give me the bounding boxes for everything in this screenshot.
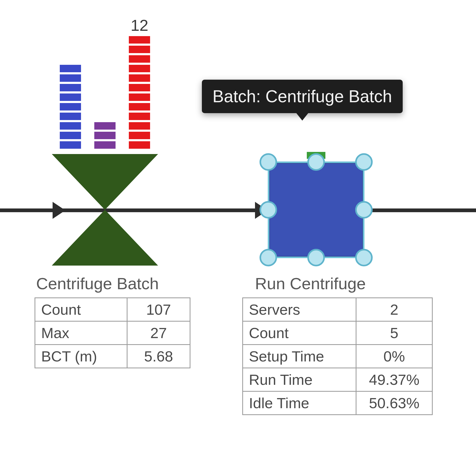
activity-square-icon [268,162,364,258]
queue-segment [60,132,81,139]
batch-node-title: Centrifuge Batch [36,274,159,293]
table-row: Servers2 [243,298,432,321]
queue-segment [60,93,81,101]
tooltip: Batch: Centrifuge Batch [202,80,403,113]
queue-segment [129,132,150,139]
stat-label: Run Time [243,368,356,391]
hourglass-icon [52,210,158,266]
table-row: Count5 [243,321,432,345]
stat-label: Max [35,321,127,345]
stat-value: 5.68 [127,345,190,368]
queue-segment [129,65,150,72]
queue-segment [94,132,116,139]
queue-segment [129,103,150,110]
queue-segment [94,141,116,149]
stat-label: Count [243,321,356,345]
queue-stack-purple [94,122,116,149]
stat-value: 107 [127,298,190,321]
tooltip-text: Batch: Centrifuge Batch [212,87,392,106]
queue-segment [129,84,150,91]
queue-segment [129,55,150,63]
queue-segment [60,122,81,130]
table-row: Run Time49.37% [243,368,432,391]
table-row: Max27 [35,321,190,345]
stat-value: 27 [127,321,190,345]
stat-value: 0% [356,345,432,368]
queue-segment [129,113,150,120]
stat-value: 2 [356,298,432,321]
queue-segment [94,122,116,130]
stat-value: 50.63% [356,391,432,415]
activity-node-title: Run Centrifuge [255,274,366,293]
batch-stats-table: Count107Max27BCT (m)5.68 [35,297,190,368]
queue-segment [60,65,81,72]
batch-node[interactable] [52,154,158,266]
table-row: Count107 [35,298,190,321]
queue-segment [60,84,81,91]
queue-count-label: 12 [131,16,148,36]
queue-segment [129,141,150,149]
queue-segment [129,74,150,82]
queue-segment [60,113,81,120]
stat-label: BCT (m) [35,345,127,368]
queue-segment [60,74,81,82]
activity-stats-table: Servers2Count5Setup Time0%Run Time49.37%… [242,297,433,415]
progress-indicator [307,152,325,159]
diagram-canvas[interactable]: 12 Batch: Centrifuge Batch Centrifuge Ba… [0,0,476,452]
stat-label: Count [35,298,127,321]
table-row: Setup Time0% [243,345,432,368]
table-row: Idle Time50.63% [243,391,432,415]
queue-segment [129,93,150,101]
stat-label: Servers [243,298,356,321]
queue-segment [129,36,150,44]
stat-value: 5 [356,321,432,345]
stat-label: Idle Time [243,391,356,415]
stat-label: Setup Time [243,345,356,368]
queue-stack-red: 12 [129,36,150,149]
stat-value: 49.37% [356,368,432,391]
queue-segment [60,103,81,110]
queue-segment [129,122,150,130]
queue-segment [129,46,150,53]
activity-node[interactable] [260,154,372,266]
queue-segment [60,141,81,149]
table-row: BCT (m)5.68 [35,345,190,368]
hourglass-icon [52,154,158,210]
queue-stack-blue [60,65,81,149]
